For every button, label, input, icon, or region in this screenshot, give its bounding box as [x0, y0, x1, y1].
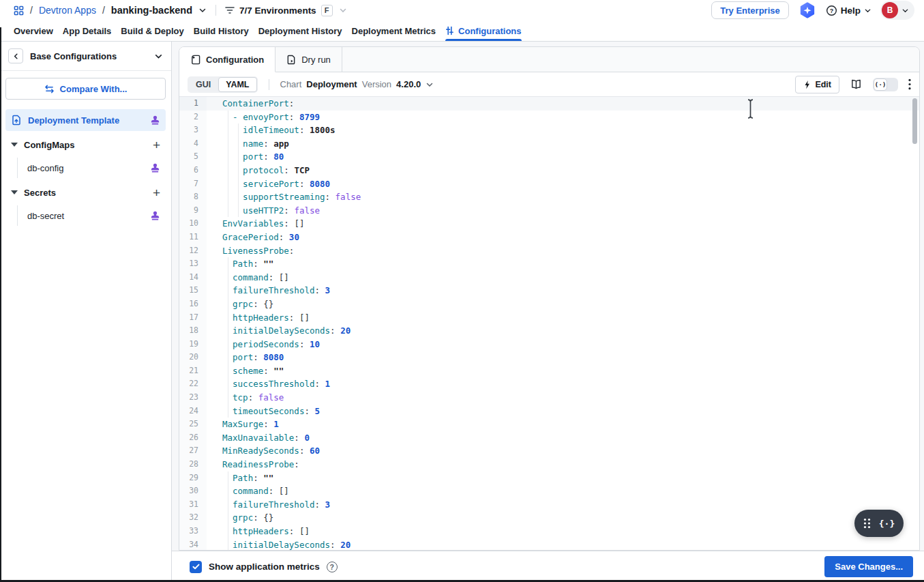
breadcrumb-separator: / [30, 5, 33, 16]
tab-configuration[interactable]: Configuration [179, 47, 275, 72]
code-line-content: httpHeaders: [] [207, 311, 919, 325]
code-line[interactable]: 28ReadinessProbe: [179, 458, 919, 471]
line-number: 11 [179, 231, 207, 244]
code-line[interactable]: 8 supportStreaming: false [179, 190, 919, 204]
code-line[interactable]: 10EnvVariables: [] [179, 217, 919, 231]
metrics-help-icon[interactable]: ? [327, 562, 338, 572]
code-editor-toggle[interactable]: (·) [873, 78, 898, 91]
code-line[interactable]: 33 httpHeaders: [] [179, 525, 919, 538]
code-line[interactable]: 26MaxUnavailable: 0 [179, 431, 919, 445]
code-line[interactable]: 9 useHTTP2: false [179, 204, 919, 218]
approval-stamp-button[interactable] [150, 210, 160, 221]
indent-guide [228, 391, 228, 405]
version-chevron-icon[interactable] [426, 81, 434, 89]
try-enterprise-button[interactable]: Try Enterprise [711, 1, 788, 19]
sidebar-item-db-config[interactable]: db-config [5, 157, 166, 179]
editor-scrollbar[interactable] [912, 98, 917, 144]
line-number: 21 [179, 364, 207, 378]
line-number: 2 [179, 111, 207, 124]
profile-menu[interactable]: B [880, 1, 914, 20]
line-number: 28 [179, 458, 207, 471]
environments-chevron-icon[interactable] [339, 6, 347, 14]
code-line[interactable]: 15 failureThreshold: 3 [179, 284, 919, 297]
collapse-sidebar-button[interactable] [8, 48, 23, 63]
line-number: 16 [179, 297, 207, 311]
code-line[interactable]: 14 command: [] [179, 271, 919, 285]
add-secrets-button[interactable]: + [153, 186, 160, 199]
code-line[interactable]: 30 command: [] [179, 484, 919, 498]
code-line[interactable]: 29 Path: "" [179, 471, 919, 485]
code-line[interactable]: 1ContainerPort: [179, 97, 919, 111]
tab-dry-run[interactable]: Dry run [275, 47, 342, 72]
mode-yaml[interactable]: YAML [218, 77, 256, 92]
approval-stamp-button[interactable] [150, 162, 160, 173]
code-line[interactable]: 31 failureThreshold: 3 [179, 498, 919, 512]
code-line[interactable]: 12LivenessProbe: [179, 244, 919, 258]
code-line[interactable]: 13 Path: "" [179, 257, 919, 271]
nav-tab-build-deploy[interactable]: Build & Deploy [121, 20, 183, 41]
readme-button[interactable] [850, 78, 863, 90]
apps-grid-icon[interactable] [14, 5, 24, 16]
code-line[interactable]: 2 - envoyPort: 8799 [179, 111, 919, 124]
tabstrip-filler [342, 47, 919, 72]
nav-tab-configurations[interactable]: Configurations [445, 20, 521, 41]
sidebar-header: Base Configurations [0, 42, 171, 71]
code-line[interactable]: 7 servicePort: 8080 [179, 177, 919, 191]
devtron-widget-button[interactable]: {·} [854, 510, 904, 537]
add-configmaps-button[interactable]: + [153, 139, 160, 151]
code-line[interactable]: 32 grpc: {} [179, 511, 919, 525]
nav-tab-label: App Details [63, 26, 112, 36]
chart-label: Chart [280, 79, 302, 89]
line-number: 32 [179, 511, 207, 525]
sliders-icon [445, 26, 454, 35]
nav-tab-build-history[interactable]: Build History [194, 20, 249, 41]
nav-tab-app-details[interactable]: App Details [63, 20, 112, 41]
indent-guide [228, 538, 228, 550]
sidebar-group-secrets[interactable]: Secrets+ [5, 181, 166, 203]
app-switcher-chevron-icon[interactable] [198, 6, 207, 14]
code-line[interactable]: 5 port: 80 [179, 150, 919, 164]
code-line-content: httpHeaders: [] [207, 525, 919, 538]
code-line[interactable]: 4 name: app [179, 137, 919, 151]
code-line[interactable]: 20 port: 8080 [179, 351, 919, 364]
nav-tab-overview[interactable]: Overview [14, 20, 53, 41]
code-line[interactable]: 27MinReadySeconds: 60 [179, 444, 919, 458]
tab-label: Dry run [301, 55, 331, 65]
code-line[interactable]: 23 tcp: false [179, 391, 919, 405]
mode-gui[interactable]: GUI [188, 77, 218, 92]
code-line[interactable]: 3 idleTimeout: 1800s [179, 123, 919, 137]
code-line[interactable]: 6 protocol: TCP [179, 164, 919, 177]
book-icon [850, 78, 863, 90]
code-line-content: MaxSurge: 1 [207, 418, 919, 431]
sidebar-group-configmaps[interactable]: ConfigMaps+ [5, 134, 166, 156]
environments-filter[interactable]: 7/7 Environments F [225, 5, 333, 16]
env-shortcut-badge: F [321, 5, 333, 16]
code-line[interactable]: 18 initialDelaySeconds: 20 [179, 324, 919, 338]
compare-with-button[interactable]: Compare With... [5, 78, 166, 100]
sidebar-item-deployment-template[interactable]: Deployment Template [5, 109, 166, 131]
code-line[interactable]: 19 periodSeconds: 10 [179, 338, 919, 351]
code-line[interactable]: 25MaxSurge: 1 [179, 418, 919, 431]
approval-stamp-button[interactable] [150, 115, 160, 126]
code-line[interactable]: 24 timeoutSeconds: 5 [179, 405, 919, 418]
edit-button[interactable]: Edit [795, 76, 839, 93]
code-line[interactable]: 22 successThreshold: 1 [179, 377, 919, 391]
code-line[interactable]: 11GracePeriod: 30 [179, 231, 919, 244]
help-menu[interactable]: ? Help [826, 5, 871, 16]
metrics-checkbox[interactable] [190, 561, 202, 573]
sidebar-collapse-chevron-icon[interactable] [154, 52, 163, 61]
more-options-button[interactable] [908, 78, 911, 90]
ai-sparkle-icon[interactable] [798, 1, 817, 20]
nav-tab-deployment-history[interactable]: Deployment History [258, 20, 342, 41]
code-line-content: MinReadySeconds: 60 [207, 444, 919, 458]
code-line[interactable]: 16 grpc: {} [179, 297, 919, 311]
sidebar-item-db-secret[interactable]: db-secret [5, 205, 166, 227]
indent-guide [238, 204, 239, 218]
code-line[interactable]: 34 initialDelaySeconds: 20 [179, 538, 919, 550]
breadcrumb-root-link[interactable]: Devtron Apps [39, 5, 96, 16]
nav-tab-deployment-metrics[interactable]: Deployment Metrics [352, 20, 436, 41]
yaml-editor[interactable]: 1ContainerPort:2 - envoyPort: 87993 idle… [179, 97, 919, 550]
code-line[interactable]: 21 scheme: "" [179, 364, 919, 378]
save-changes-button[interactable]: Save Changes... [824, 556, 913, 577]
code-line[interactable]: 17 httpHeaders: [] [179, 311, 919, 325]
